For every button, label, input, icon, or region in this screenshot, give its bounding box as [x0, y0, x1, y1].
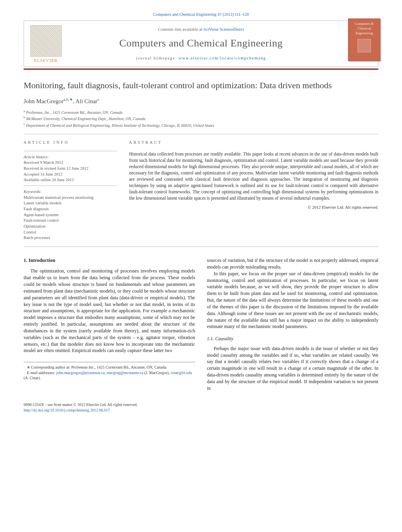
keyword: Optimization: [24, 224, 117, 230]
keyword: Latent variable models: [24, 200, 117, 206]
publisher-name: ELSEVIER: [34, 57, 58, 63]
footnote-block: ∗ Corresponding author at: ProSensus Inc…: [24, 362, 195, 381]
contents-available-line: Contents lists available at SciVerse Sci…: [71, 26, 331, 32]
history-accepted: Accepted 14 June 2012: [24, 172, 117, 178]
email-link-1[interactable]: john.macgregor@prosensus.ca: [56, 371, 105, 375]
affiliation-a: ProSensus, Inc., 1425 Cormorant Rd., Anc…: [26, 110, 122, 115]
abstract-text: Historical data collected from processes…: [129, 151, 378, 202]
doi-link[interactable]: http://dx.doi.org/10.1016/j.compchemeng.…: [24, 408, 110, 412]
history-received: Received 9 March 2012: [24, 160, 117, 166]
keyword: Fault diagnosis: [24, 206, 117, 212]
journal-header: ELSEVIER Computers & Chemical Engineerin…: [24, 20, 378, 67]
article-info-heading: ARTICLE INFO: [24, 140, 117, 145]
history-online: Available online 26 June 2012: [24, 177, 117, 183]
issn-line: 0098-1354/$ – see front matter © 2012 El…: [24, 402, 378, 408]
keywords-label: Keywords:: [24, 189, 117, 195]
section-1-1-heading: 1.1. Causality: [207, 336, 379, 342]
journal-homepage-link[interactable]: www.elsevier.com/locate/compchemeng: [178, 56, 266, 60]
sciencedirect-link[interactable]: SciVerse ScienceDirect: [204, 27, 244, 32]
authors-line: John MacGregora,b,∗, Ali Cinarc: [24, 96, 378, 105]
body-paragraph: sources of variation, but if the structu…: [207, 257, 379, 271]
header-divider: [24, 69, 378, 70]
affiliation-b: McMaster University, Chemical Engineerin…: [26, 117, 146, 121]
citation-link[interactable]: Computers and Chemical Engineering 47 (2…: [153, 12, 249, 17]
affiliation-c: Department of Chemical and Biological En…: [26, 123, 214, 128]
section-1-heading: 1. Introduction: [24, 257, 195, 264]
elsevier-tree-icon: [30, 25, 62, 57]
cover-art-icon: [358, 39, 371, 52]
abstract-heading: ABSTRACT: [129, 140, 378, 145]
email-label: E-mail addresses:: [27, 371, 55, 375]
journal-name: Computers and Chemical Engineering: [71, 36, 331, 50]
email-link-2[interactable]: macgreg@mcmaster.ca: [107, 371, 143, 375]
body-paragraph: In this paper, we focus on the proper us…: [207, 271, 379, 330]
article-info-panel: ARTICLE INFO Article history: Received 9…: [24, 140, 117, 241]
keyword: Batch processes: [24, 235, 117, 241]
copyright-line: © 2012 Elsevier Ltd. All rights reserved…: [129, 204, 378, 210]
keyword: Fault-tolerant control: [24, 218, 117, 224]
article-history-label: Article history:: [24, 154, 117, 160]
journal-homepage-line: journal homepage: www.elsevier.com/locat…: [71, 56, 331, 61]
keyword: Agent-based systems: [24, 212, 117, 218]
keyword: Control: [24, 230, 117, 235]
abstract-divider: [24, 247, 378, 247]
email-link-3[interactable]: cinar@iit.edu: [170, 371, 192, 375]
body-paragraph: The optimization, control and monitoring…: [24, 268, 195, 354]
article-title: Monitoring, fault diagnosis, fault-toler…: [24, 80, 378, 91]
corresponding-star-icon: ∗: [69, 97, 73, 102]
author-2: Ali Cinar: [75, 98, 97, 104]
author-2-affil-sup: c: [98, 97, 99, 102]
publisher-logo: ELSEVIER: [27, 24, 65, 63]
footer-meta: 0098-1354/$ – see front matter © 2012 El…: [24, 402, 378, 413]
author-1-affil-sup: a,b,: [63, 97, 69, 102]
corresponding-author-note: ∗ Corresponding author at: ProSensus Inc…: [24, 365, 195, 370]
author-1: John MacGregor: [24, 98, 63, 104]
affiliations: a ProSensus, Inc., 1425 Cormorant Rd., A…: [24, 109, 378, 128]
history-revised: Received in revised form 12 June 2012: [24, 166, 117, 172]
body-paragraph: Perhaps the major issue with data-driven…: [207, 345, 379, 392]
cover-title: Computers & Chemical Engineering: [350, 21, 378, 35]
abstract-panel: ABSTRACT Historical data collected from …: [129, 140, 378, 241]
keyword: Multivariate statistical process monitor…: [24, 195, 117, 201]
article-body: 1. Introduction The optimization, contro…: [24, 257, 378, 391]
journal-cover-thumbnail: Computers & Chemical Engineering: [348, 19, 380, 61]
citation-line: Computers and Chemical Engineering 47 (2…: [24, 12, 378, 17]
